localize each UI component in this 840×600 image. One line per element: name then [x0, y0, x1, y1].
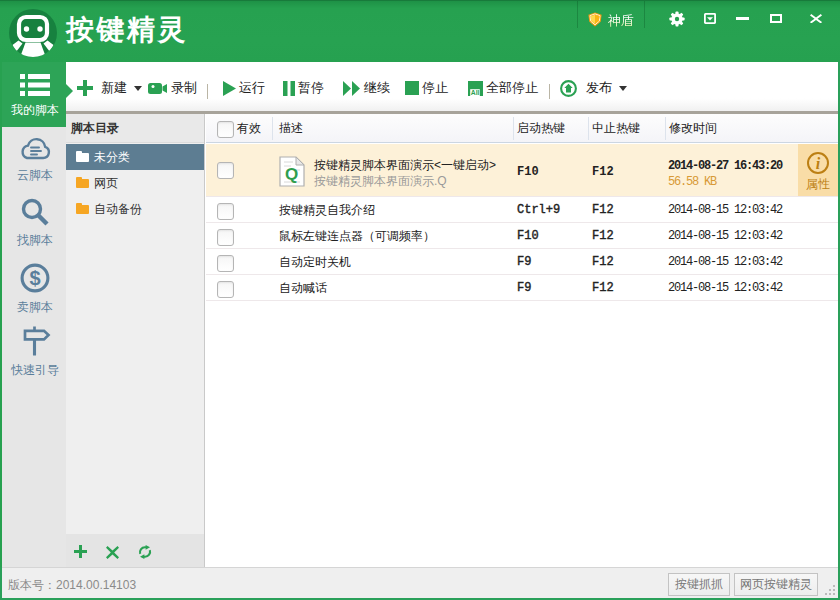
svg-text:Q: Q — [285, 165, 298, 184]
svg-text:$: $ — [29, 267, 40, 289]
svg-text:All: All — [471, 89, 480, 96]
